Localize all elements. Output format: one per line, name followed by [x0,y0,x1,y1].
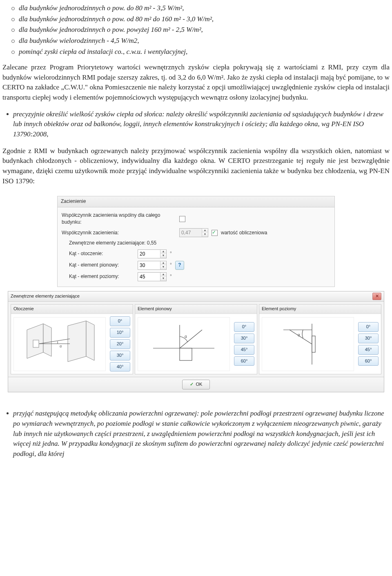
chevron-down-icon[interactable]: ▼ [160,265,166,269]
chevron-up-icon[interactable]: ▲ [202,229,208,233]
svg-text:α: α [298,333,300,337]
help-button[interactable]: ? [175,261,184,270]
list-building-heat-gains: dla budynków jednorodzinnych o pow. do 8… [2,3,390,57]
angle-button[interactable]: 0° [234,322,254,332]
chevron-down-icon[interactable]: ▼ [202,233,208,237]
list-solar-gains: precyzyjnie określić wielkość zysków cie… [2,109,390,140]
col-vertical: Element pionowy α 0° [135,304,257,375]
diagram-vertical: α [138,317,230,371]
svg-rect-0 [33,340,39,347]
chevron-up-icon[interactable]: ▲ [160,273,166,277]
spinner-angle-surround[interactable]: ▲▼ [138,249,167,258]
paragraph-recommendation: Zalecane przez Program Priorytetowy wart… [2,62,390,103]
svg-rect-5 [180,348,192,360]
paragraph-shading-note: Zgodnie z RMI w budynkach ogrzewanych na… [2,146,390,187]
angle-button[interactable]: 30° [234,334,254,343]
input-angle-vertical[interactable] [138,261,160,269]
input-angle-surround[interactable] [138,250,160,258]
list-item: przyjąć następującą metodykę obliczania … [13,409,390,459]
panel-title: Zacienienie [57,196,335,207]
list-item: pominąć zyski ciepła od instalacji co., … [19,47,390,57]
diagram-surround: α [13,317,106,371]
spinner-angle-vertical[interactable]: ▲▼ [138,261,167,270]
angle-button[interactable]: 60° [234,356,254,366]
shading-panel: Zacienienie Współczynnik zacienienia wsp… [57,196,335,287]
list-item: precyzyjnie określić wielkość zysków cie… [13,109,390,140]
col-horizontal: Element poziomy α 0° [259,304,381,375]
dialog-title-text: Zewnętrzne elementy zacieniające [11,293,80,300]
svg-rect-10 [312,336,315,352]
angle-button[interactable]: 40° [110,362,130,372]
checkbox-common-shading[interactable] [179,216,185,222]
list-item: dla budynków wielorodzinnych - 4,5 W/m2, [19,36,390,46]
spinner-angle-horizontal[interactable]: ▲▼ [138,272,167,281]
chevron-up-icon[interactable]: ▲ [160,261,166,265]
chevron-down-icon[interactable]: ▼ [160,277,166,281]
chevron-up-icon[interactable]: ▲ [160,250,166,254]
angle-button[interactable]: 0° [358,322,379,332]
diagram-horizontal: α [262,317,354,371]
angle-button[interactable]: 60° [358,356,379,366]
label-calc-value: wartość obliczeniowa [221,229,267,236]
list-item: dla budynków jednorodzinnych o pow. powy… [19,25,390,35]
input-angle-horizontal[interactable] [138,273,160,281]
svg-line-9 [290,330,312,344]
degree-symbol: ° [170,250,172,257]
col-head: Element poziomy [259,305,381,314]
list-item: dla budynków jednorodzinnych o pow. od 8… [19,14,390,24]
angle-button[interactable]: 30° [358,334,379,343]
col-surround: Otoczenie [11,304,133,375]
label-shading-coeff: Współczynnik zacienienia: [62,229,176,236]
angle-button[interactable]: 30° [110,351,130,360]
svg-line-4 [180,330,202,348]
ok-label: OK [196,381,203,388]
label-angle-horizontal: Kąt - element poziomy: [69,273,134,280]
list-area-method: przyjąć następującą metodykę obliczania … [2,409,390,459]
label-common-shading: Współczynnik zacienienia wspólny dla cał… [62,212,176,226]
list-item: dla budynków jednorodzinnych o pow. do 8… [19,3,390,13]
svg-text:α: α [185,334,187,339]
col-head: Otoczenie [11,305,133,314]
label-angle-vertical: Kąt - element pionowy: [69,262,134,269]
spinner-shading-coeff[interactable]: ▲▼ [179,228,208,237]
col-head: Element pionowy [135,305,257,314]
checkbox-calc-value[interactable] [212,230,218,236]
check-icon: ✓ [190,381,194,388]
degree-symbol: ° [170,273,172,280]
angle-button[interactable]: 45° [358,345,379,355]
svg-text:α: α [60,344,62,348]
angle-button[interactable]: 0° [110,316,130,326]
input-shading-coeff [180,229,202,237]
shading-elements-dialog: Zewnętrzne elementy zacieniające ✕ Otocz… [8,291,384,393]
chevron-down-icon[interactable]: ▼ [160,254,166,258]
angle-button[interactable]: 45° [234,345,254,355]
degree-symbol: ° [170,262,172,269]
angle-button[interactable]: 20° [110,339,130,349]
label-angle-surround: Kąt - otoczenie: [69,250,134,257]
label-external-elements: Zewnętrzne elementy zacieniające: 0,55 [69,240,156,247]
close-icon[interactable]: ✕ [372,293,381,300]
ok-button[interactable]: ✓ OK [182,380,210,389]
angle-button[interactable]: 10° [110,328,130,338]
